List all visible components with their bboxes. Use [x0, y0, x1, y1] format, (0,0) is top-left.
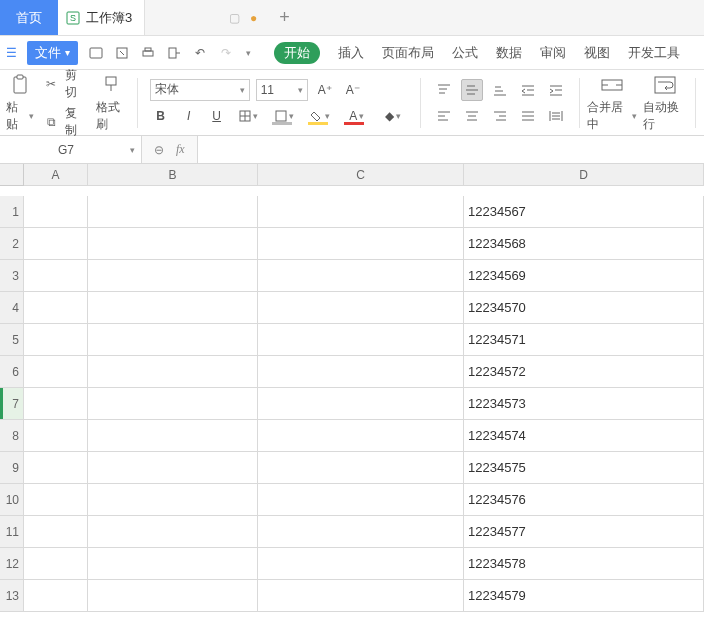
file-menu-button[interactable]: 文件 ▾ — [27, 41, 78, 65]
row-header[interactable]: 10 — [0, 484, 24, 516]
cell[interactable]: 12234577 — [464, 516, 704, 548]
tab-home[interactable]: 首页 — [0, 0, 58, 35]
tab-new[interactable]: + — [265, 0, 304, 35]
undo-icon[interactable]: ↶ — [192, 45, 208, 61]
ribbon-tab-view[interactable]: 视图 — [584, 44, 610, 62]
underline-button[interactable]: U — [206, 105, 228, 127]
align-bottom-button[interactable] — [489, 79, 511, 101]
spreadsheet-grid[interactable]: ABCD112234567212234568312234569412234570… — [0, 164, 704, 612]
cell[interactable] — [88, 292, 258, 324]
print-preview-icon[interactable] — [114, 45, 130, 61]
cell[interactable] — [24, 228, 88, 260]
app-menu-icon[interactable]: ☰ — [6, 46, 17, 60]
row-header[interactable]: 2 — [0, 228, 24, 260]
name-box-input[interactable] — [6, 143, 126, 157]
cell[interactable] — [258, 356, 464, 388]
cell[interactable] — [88, 388, 258, 420]
cell[interactable]: 12234576 — [464, 484, 704, 516]
ribbon-tab-start[interactable]: 开始 — [274, 42, 320, 64]
select-all-corner[interactable] — [0, 164, 24, 186]
italic-button[interactable]: I — [178, 105, 200, 127]
cell[interactable] — [88, 196, 258, 228]
cell[interactable]: 12234578 — [464, 548, 704, 580]
clear-format-button[interactable]: ◆▾ — [378, 105, 408, 127]
cell[interactable] — [88, 260, 258, 292]
cell[interactable] — [24, 260, 88, 292]
cell[interactable] — [24, 548, 88, 580]
ribbon-tab-insert[interactable]: 插入 — [338, 44, 364, 62]
copy-label[interactable]: 复制 — [65, 105, 86, 139]
copy-icon[interactable]: ⧉ — [44, 114, 58, 130]
cell[interactable] — [24, 420, 88, 452]
ribbon-tab-dev[interactable]: 开发工具 — [628, 44, 680, 62]
ribbon-tab-data[interactable]: 数据 — [496, 44, 522, 62]
cell[interactable] — [24, 196, 88, 228]
cell[interactable]: 12234569 — [464, 260, 704, 292]
ribbon-tab-page-layout[interactable]: 页面布局 — [382, 44, 434, 62]
increase-indent-button[interactable] — [545, 79, 567, 101]
cut-label[interactable]: 剪切 — [65, 67, 86, 101]
cell[interactable]: 12234579 — [464, 580, 704, 612]
cell[interactable] — [258, 548, 464, 580]
cell[interactable] — [258, 420, 464, 452]
cell[interactable]: 12234568 — [464, 228, 704, 260]
increase-font-button[interactable]: A⁺ — [314, 79, 336, 101]
cell[interactable] — [88, 452, 258, 484]
merge-center-button[interactable]: 合并居中▾ — [587, 73, 637, 133]
align-center-button[interactable] — [461, 105, 483, 127]
cell[interactable] — [24, 388, 88, 420]
cell[interactable] — [88, 516, 258, 548]
decrease-indent-button[interactable] — [517, 79, 539, 101]
cell[interactable] — [24, 292, 88, 324]
row-header[interactable]: 3 — [0, 260, 24, 292]
cell[interactable] — [258, 292, 464, 324]
column-header[interactable]: D — [464, 164, 704, 186]
redo-icon[interactable]: ↷ — [218, 45, 234, 61]
font-size-select[interactable]: 11▾ — [256, 79, 308, 101]
ribbon-tab-review[interactable]: 审阅 — [540, 44, 566, 62]
cell[interactable] — [88, 580, 258, 612]
name-box[interactable]: ▾ — [0, 136, 142, 163]
cell[interactable] — [258, 516, 464, 548]
align-middle-button[interactable] — [461, 79, 483, 101]
cell[interactable] — [258, 228, 464, 260]
save-icon[interactable] — [88, 45, 104, 61]
row-header[interactable]: 13 — [0, 580, 24, 612]
align-left-button[interactable] — [433, 105, 455, 127]
cell[interactable] — [24, 484, 88, 516]
cancel-formula-icon[interactable]: ⊖ — [154, 143, 164, 157]
row-header[interactable]: 11 — [0, 516, 24, 548]
distributed-button[interactable] — [545, 105, 567, 127]
font-color-button[interactable]: A▾ — [342, 105, 372, 127]
align-right-button[interactable] — [489, 105, 511, 127]
cell[interactable] — [258, 580, 464, 612]
cell[interactable] — [258, 388, 464, 420]
row-header[interactable]: 4 — [0, 292, 24, 324]
fill-color-button[interactable]: ▾ — [306, 105, 336, 127]
caret-down-icon[interactable]: ▾ — [130, 145, 135, 155]
cell[interactable] — [88, 324, 258, 356]
row-header[interactable]: 9 — [0, 452, 24, 484]
cell[interactable] — [88, 548, 258, 580]
cell[interactable] — [258, 484, 464, 516]
row-header[interactable]: 8 — [0, 420, 24, 452]
cell[interactable]: 12234570 — [464, 292, 704, 324]
cell[interactable]: 12234567 — [464, 196, 704, 228]
cut-icon[interactable]: ✂ — [44, 76, 58, 92]
cell[interactable]: 12234573 — [464, 388, 704, 420]
column-header[interactable]: B — [88, 164, 258, 186]
justify-button[interactable] — [517, 105, 539, 127]
cell[interactable]: 12234574 — [464, 420, 704, 452]
font-name-select[interactable]: 宋体▾ — [150, 79, 250, 101]
cell[interactable] — [258, 196, 464, 228]
cell[interactable] — [88, 484, 258, 516]
decrease-font-button[interactable]: A⁻ — [342, 79, 364, 101]
row-header[interactable]: 1 — [0, 196, 24, 228]
paste-button[interactable]: 粘贴▾ — [6, 73, 34, 133]
tab-workbook[interactable]: S 工作簿3 — [58, 0, 145, 35]
align-top-button[interactable] — [433, 79, 455, 101]
borders-button[interactable]: ▾ — [234, 105, 264, 127]
formula-input[interactable] — [197, 136, 704, 163]
fx-icon[interactable]: fx — [176, 142, 185, 157]
cell[interactable] — [24, 324, 88, 356]
